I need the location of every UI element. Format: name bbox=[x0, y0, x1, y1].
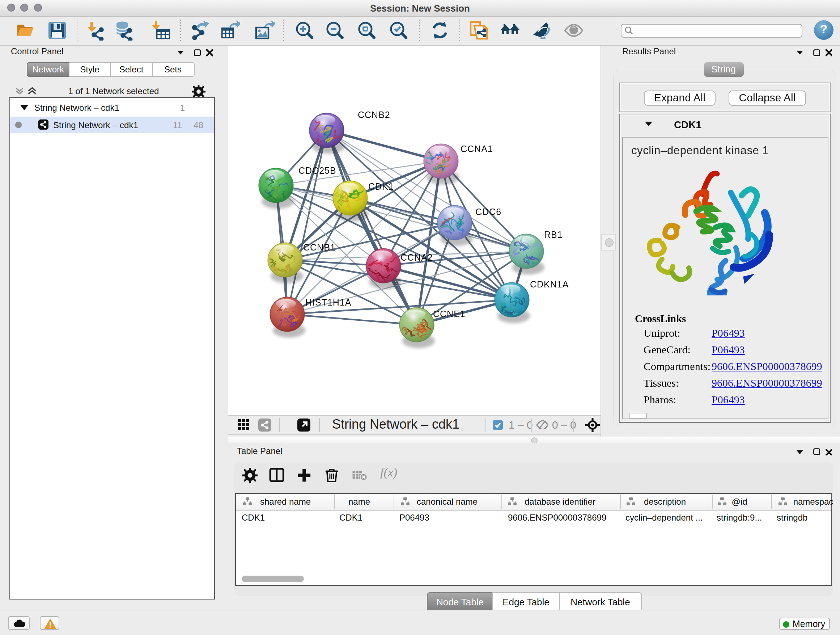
svg-text:CCNB1: CCNB1 bbox=[303, 242, 336, 252]
svg-text:RB1: RB1 bbox=[544, 230, 563, 240]
svg-text:CCNE1: CCNE1 bbox=[433, 309, 466, 319]
svg-text:HIST1H1A: HIST1H1A bbox=[305, 297, 351, 307]
svg-text:CCNA2: CCNA2 bbox=[401, 252, 433, 263]
svg-text:CCNB2: CCNB2 bbox=[358, 110, 390, 120]
svg-text:CDC25B: CDC25B bbox=[298, 165, 336, 176]
svg-text:CCNA1: CCNA1 bbox=[461, 144, 493, 154]
svg-text:CDKN1A: CDKN1A bbox=[530, 279, 569, 289]
svg-text:CDC6: CDC6 bbox=[475, 207, 501, 217]
svg-text:CDK1: CDK1 bbox=[368, 181, 394, 192]
